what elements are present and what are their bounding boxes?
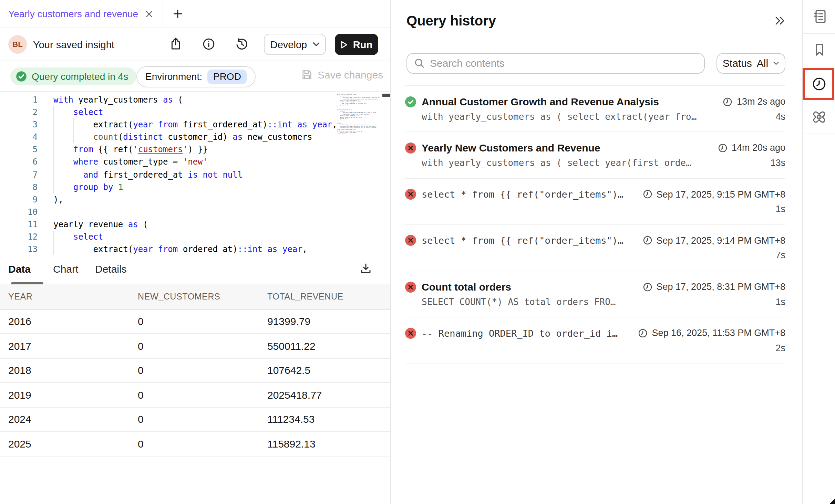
table-cell: 2019 [0, 382, 130, 407]
line-number: 7 [0, 168, 38, 181]
table-cell: 0 [130, 358, 259, 382]
results-header-row: YEARNEW_CUSTOMERSTOTAL_REVENUE [0, 284, 390, 309]
history-item-time: 13m 2s ago [737, 96, 785, 107]
clock-icon [643, 189, 652, 199]
sql-editor[interactable]: 1with yearly_customers as (2 select3 ext… [0, 91, 390, 255]
history-item-title: select * from {{ ref("order_items")… [422, 235, 623, 246]
history-item[interactable]: select * from {{ ref("order_items")…Sep … [405, 225, 785, 272]
save-changes-button[interactable]: Save changes [301, 69, 383, 81]
history-item-duration: 7s [775, 250, 785, 261]
line-number: 6 [0, 156, 38, 168]
collapse-panel-icon[interactable] [774, 15, 785, 26]
tab-details[interactable]: Details [95, 255, 127, 282]
environment-label: Environment: [145, 71, 202, 82]
avatar: BL [8, 35, 27, 53]
run-button[interactable]: Run [335, 34, 378, 55]
history-item-time: Sep 17, 2025, 9:15 PM GMT+8 [657, 189, 785, 199]
editor-scrollbar[interactable] [382, 94, 390, 97]
table-cell: 91399.79 [259, 309, 390, 334]
code-line: 3 extract(year from first_ordered_at)::i… [0, 118, 390, 131]
history-item-sql-preview: with yearly_customers as ( select extrac… [422, 111, 697, 122]
environment-selector[interactable]: Environment: PROD [136, 66, 256, 87]
chevron-down-icon [773, 61, 779, 65]
history-item-time: Sep 17, 2025, 9:14 PM GMT+8 [657, 235, 785, 246]
query-status-text: Query completed in 4s [32, 71, 128, 82]
tab-chart[interactable]: Chart [53, 255, 78, 282]
code-text: yearly_revenue as ( [53, 218, 148, 231]
code-line: 2 select [0, 106, 390, 118]
table-row: 201902025418.77 [0, 382, 390, 407]
tab-yearly-customers[interactable]: Yearly customers and revenue [0, 0, 163, 28]
minimap-code: with yearly_customers as ( select extrac… [337, 93, 379, 135]
line-number: 1 [0, 94, 38, 106]
line-number: 4 [0, 131, 38, 144]
error-icon [405, 235, 416, 246]
history-item-sql-preview: SELECT COUNT(*) AS total_orders FRO… [422, 296, 616, 307]
history-item[interactable]: -- Renaming ORDER_ID to order_id i…Sep 1… [405, 318, 785, 364]
code-text: select [53, 106, 103, 118]
results-table: YEARNEW_CUSTOMERSTOTAL_REVENUE 201609139… [0, 284, 390, 456]
app-window: Yearly customers and revenue BL Your sav… [0, 0, 835, 504]
develop-label: Develop [270, 39, 307, 50]
history-item-duration: 4s [775, 111, 785, 122]
info-icon[interactable] [202, 37, 215, 51]
table-row: 20250115892.13 [0, 431, 390, 456]
close-icon[interactable] [145, 10, 153, 18]
plus-icon [173, 9, 182, 19]
code-text: select [53, 231, 103, 243]
tab-data[interactable]: Data [8, 255, 31, 282]
panel-title: Query history [406, 13, 496, 29]
table-cell: 0 [130, 309, 259, 334]
line-number: 5 [0, 144, 38, 156]
error-icon [405, 189, 416, 200]
code-text: and first_ordered_at is not null [53, 168, 243, 181]
line-number: 10 [0, 206, 38, 218]
line-number: 3 [0, 118, 38, 131]
status-filter-label: Status [723, 57, 752, 69]
history-item-title: Annual Customer Growth and Revenue Analy… [422, 96, 659, 107]
search-input[interactable] [430, 57, 697, 69]
code-line: 4 count(distinct customer_id) as new_cus… [0, 131, 390, 144]
history-item[interactable]: Count total ordersSep 17, 2025, 8:31 PM … [405, 271, 785, 318]
search-icon [414, 58, 424, 69]
share-icon[interactable] [169, 37, 183, 51]
table-cell: 2025 [0, 431, 130, 456]
notebook-icon[interactable] [811, 8, 827, 25]
run-label: Run [353, 39, 372, 50]
lineage-icon[interactable] [811, 109, 827, 125]
play-icon [341, 40, 348, 49]
line-number: 9 [0, 193, 38, 206]
history-item[interactable]: Yearly New Customers and Revenue14m 20s … [405, 133, 785, 179]
error-icon [405, 143, 416, 154]
highlight-box [802, 68, 834, 99]
clock-icon [643, 282, 652, 292]
new-tab-button[interactable] [163, 0, 192, 28]
status-filter-dropdown[interactable]: Status All [717, 53, 785, 74]
code-line: 8 group by 1 [0, 181, 390, 193]
clock-icon [638, 328, 648, 338]
table-cell: 2016 [0, 309, 130, 334]
rail-separator [803, 133, 835, 134]
corner-artifact [829, 498, 835, 504]
error-icon [405, 281, 416, 292]
history-item-time: 14m 20s ago [732, 143, 785, 153]
query-history-list: Annual Customer Growth and Revenue Analy… [405, 85, 785, 364]
code-line: 1with yearly_customers as ( [0, 94, 390, 106]
history-item[interactable]: Annual Customer Growth and Revenue Analy… [405, 86, 785, 133]
code-line: 11yearly_revenue as ( [0, 218, 390, 231]
editor-minimap[interactable]: with yearly_customers as ( select extrac… [337, 91, 379, 254]
code-text: from {{ ref('customers') }} [53, 144, 208, 156]
table-cell: 2017 [0, 334, 130, 358]
success-icon [405, 96, 416, 107]
table-cell: 111234.53 [259, 407, 390, 431]
status-filter-value: All [757, 57, 768, 69]
download-results-icon[interactable] [359, 262, 372, 275]
code-text: count(distinct customer_id) as new_custo… [53, 131, 312, 144]
history-item[interactable]: select * from {{ ref("order_items")…Sep … [405, 179, 785, 225]
history-item-duration: 13s [770, 158, 785, 168]
code-text: where customer_type = 'new' [53, 156, 208, 168]
line-number: 2 [0, 106, 38, 118]
bookmark-icon[interactable] [811, 41, 827, 58]
develop-button[interactable]: Develop [264, 34, 326, 55]
version-history-icon[interactable] [235, 37, 249, 51]
